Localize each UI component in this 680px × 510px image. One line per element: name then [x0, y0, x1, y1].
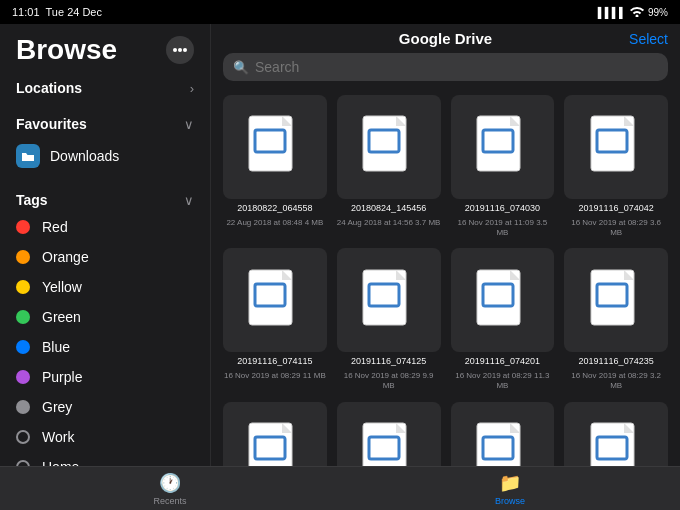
file-thumbnail	[223, 402, 327, 466]
file-meta: 16 Nov 2019 at 08:29 11 MB	[224, 371, 326, 381]
sidebar-item-tag-purple[interactable]: Purple	[0, 362, 210, 392]
sidebar-item-tag-blue[interactable]: Blue	[0, 332, 210, 362]
tag-label: Purple	[42, 369, 82, 385]
tag-label: Orange	[42, 249, 89, 265]
tags-section-header[interactable]: Tags ∨	[0, 184, 210, 212]
tag-dot	[16, 400, 30, 414]
file-meta: 16 Nov 2019 at 11:09 3.5 MB	[451, 218, 555, 239]
browse-title: Browse	[16, 34, 117, 66]
file-name: 20191116_074042	[579, 203, 654, 214]
tab-recents[interactable]: 🕐 Recents	[0, 472, 340, 506]
file-item[interactable]: 20191116_07463316 Nov 2019 at 08:29 10 M…	[451, 402, 555, 466]
file-meta: 16 Nov 2019 at 08:29 3.2 MB	[564, 371, 668, 392]
file-meta: 24 Aug 2018 at 14:56 3.7 MB	[337, 218, 441, 228]
tag-dot	[16, 370, 30, 384]
favourites-title: Favourites	[16, 116, 87, 132]
tags-list: RedOrangeYellowGreenBluePurpleGreyWorkHo…	[0, 212, 210, 466]
file-thumbnail	[451, 402, 555, 466]
file-meta: 16 Nov 2019 at 08:29 3.6 MB	[564, 218, 668, 239]
downloads-folder-icon	[16, 144, 40, 168]
file-item[interactable]: 20191116_07463916 Nov 2019 at 08:29 3.8 …	[564, 402, 668, 466]
tag-label: Grey	[42, 399, 72, 415]
tag-label: Blue	[42, 339, 70, 355]
locations-section-header[interactable]: Locations ›	[0, 72, 210, 100]
status-day: Tue 24 Dec	[46, 6, 102, 18]
sidebar-item-tag-yellow[interactable]: Yellow	[0, 272, 210, 302]
file-meta: 22 Aug 2018 at 08:48 4 MB	[226, 218, 323, 228]
svg-point-1	[178, 48, 182, 52]
file-item[interactable]: 20180822_06455822 Aug 2018 at 08:48 4 MB	[223, 95, 327, 238]
more-icon[interactable]	[166, 36, 194, 64]
file-name: 20191116_074125	[351, 356, 426, 367]
file-thumbnail	[564, 95, 668, 199]
tag-dot	[16, 220, 30, 234]
right-panel: Google Drive Select 🔍 20180822_06455822 …	[211, 24, 680, 466]
sidebar-item-tag-orange[interactable]: Orange	[0, 242, 210, 272]
tag-dot	[16, 340, 30, 354]
file-meta: 16 Nov 2019 at 08:29 9.9 MB	[337, 371, 441, 392]
svg-point-2	[183, 48, 187, 52]
file-item[interactable]: 20191116_07412516 Nov 2019 at 08:29 9.9 …	[337, 248, 441, 391]
sidebar-header: Browse	[0, 24, 210, 72]
tag-dot	[16, 280, 30, 294]
file-thumbnail	[564, 248, 668, 352]
file-item[interactable]: 20191116_07404216 Nov 2019 at 08:29 3.6 …	[564, 95, 668, 238]
sidebar: Browse Locations › Favourites ∨	[0, 24, 211, 466]
tag-label: Home	[42, 459, 79, 466]
browse-icon: 📁	[499, 472, 521, 494]
tags-title: Tags	[16, 192, 48, 208]
recents-label: Recents	[153, 496, 186, 506]
signal-icon: ▌▌▌▌	[598, 7, 626, 18]
file-name: 20180824_145456	[351, 203, 426, 214]
tag-dot	[16, 310, 30, 324]
sidebar-item-tag-red[interactable]: Red	[0, 212, 210, 242]
top-bar: Google Drive Select	[211, 24, 680, 53]
sidebar-item-downloads[interactable]: Downloads	[0, 136, 210, 176]
file-item[interactable]: 20180824_14545624 Aug 2018 at 14:56 3.7 …	[337, 95, 441, 238]
favourites-chevron: ∨	[184, 117, 194, 132]
tag-dot	[16, 250, 30, 264]
file-thumbnail	[337, 402, 441, 466]
file-item[interactable]: 20191116_07443916 Nov 2019 at 08:29 2.4 …	[337, 402, 441, 466]
file-item[interactable]: 20191116_07423516 Nov 2019 at 08:29 3.2 …	[564, 248, 668, 391]
browse-tab-label: Browse	[495, 496, 525, 506]
locations-title: Locations	[16, 80, 82, 96]
status-bar: 11:01 Tue 24 Dec ▌▌▌▌ 99%	[0, 0, 680, 24]
file-name: 20191116_074030	[465, 203, 540, 214]
sidebar-item-tag-home[interactable]: Home	[0, 452, 210, 466]
file-name: 20180822_064558	[237, 203, 312, 214]
file-name: 20191116_074201	[465, 356, 540, 367]
file-item[interactable]: 20191116_07403016 Nov 2019 at 11:09 3.5 …	[451, 95, 555, 238]
file-thumbnail	[223, 248, 327, 352]
battery-status: 99%	[648, 7, 668, 18]
favourites-section-header[interactable]: Favourites ∨	[0, 108, 210, 136]
file-thumbnail	[337, 95, 441, 199]
file-item[interactable]: 20191116_07420116 Nov 2019 at 08:29 11.3…	[451, 248, 555, 391]
svg-point-0	[173, 48, 177, 52]
file-thumbnail	[223, 95, 327, 199]
file-thumbnail	[337, 248, 441, 352]
file-item[interactable]: 20191116_07411516 Nov 2019 at 08:29 11 M…	[223, 248, 327, 391]
wifi-icon	[630, 6, 644, 19]
select-button[interactable]: Select	[628, 31, 668, 47]
tag-label: Red	[42, 219, 68, 235]
sidebar-item-tag-grey[interactable]: Grey	[0, 392, 210, 422]
file-item[interactable]: 20191116_07425016 Nov 2019 at 08:29 3.1 …	[223, 402, 327, 466]
search-bar[interactable]: 🔍	[223, 53, 668, 81]
file-thumbnail	[451, 248, 555, 352]
tag-label: Yellow	[42, 279, 82, 295]
recents-icon: 🕐	[159, 472, 181, 494]
tag-dot	[16, 430, 30, 444]
tab-browse[interactable]: 📁 Browse	[340, 472, 680, 506]
tab-bar: 🕐 Recents 📁 Browse	[0, 466, 680, 510]
file-name: 20191116_074235	[579, 356, 654, 367]
locations-chevron: ›	[190, 81, 194, 96]
drive-title: Google Drive	[273, 30, 618, 47]
tag-label: Green	[42, 309, 81, 325]
file-name: 20191116_074115	[237, 356, 312, 367]
search-input[interactable]	[255, 59, 658, 75]
sidebar-item-tag-green[interactable]: Green	[0, 302, 210, 332]
file-thumbnail	[564, 402, 668, 466]
search-icon: 🔍	[233, 60, 249, 75]
sidebar-item-tag-work[interactable]: Work	[0, 422, 210, 452]
